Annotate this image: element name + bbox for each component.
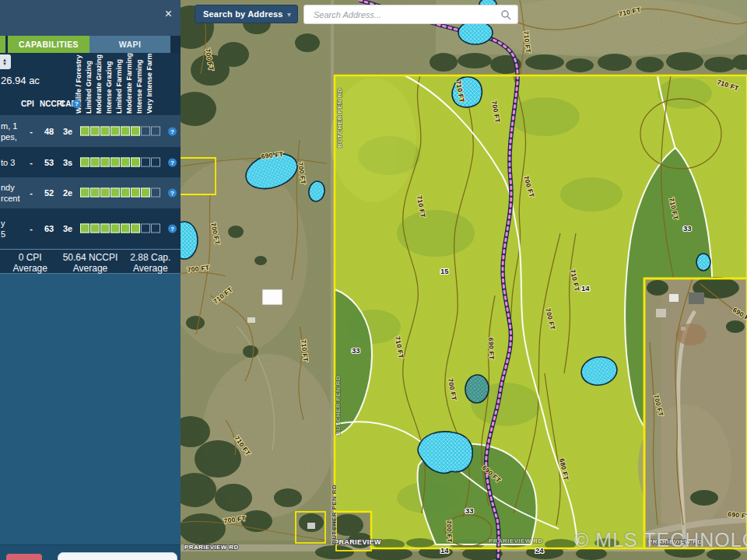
sidebar-header: × <box>0 0 181 36</box>
capability-square <box>100 188 110 198</box>
table-header-row: CPI NCCPI CAP ? <box>0 100 80 114</box>
info-icon[interactable]: ? <box>168 127 177 135</box>
cpi-average: 0 CPIAverage <box>0 250 60 273</box>
capability-square <box>90 188 100 198</box>
capabilities-panel: ▲▼ 26.94 ac Wildlife / Forestry Limited … <box>0 53 181 274</box>
map-canvas[interactable]: 700 FT 690 FT 700 FT 700 FT 700 FT 710 F… <box>181 0 747 560</box>
land-mapping-app: 700 FT 690 FT 700 FT 700 FT 700 FT 710 F… <box>0 0 747 560</box>
light-patch <box>331 78 416 202</box>
capability-column-header: Very Intense Farming <box>146 53 153 114</box>
capability-column-header: Moderate Grazing <box>95 54 103 114</box>
footer-action-button[interactable] <box>6 554 42 560</box>
svg-text:690 FT: 690 FT <box>487 338 496 361</box>
nccpi-value: 53 <box>40 158 58 167</box>
table-row[interactable]: ndyrcent - 52 2e ? <box>0 177 181 208</box>
homestead-cutout <box>638 277 747 548</box>
search-type-dropdown[interactable]: Search by Address ▾ <box>195 5 298 23</box>
capability-square <box>110 224 120 233</box>
capability-square <box>121 126 130 135</box>
search-type-label: Search by Address <box>203 9 287 19</box>
capability-square <box>141 126 150 135</box>
soil-name: to 3 <box>1 156 15 167</box>
capability-square <box>110 126 120 135</box>
capability-square <box>80 157 89 166</box>
capability-column-header: Intense Grazing <box>105 61 113 114</box>
info-icon[interactable]: ? <box>168 225 177 233</box>
capability-column-header: Limited Grazing <box>85 61 93 114</box>
close-icon[interactable]: × <box>165 6 172 22</box>
capability-square <box>121 157 130 166</box>
svg-text:15: 15 <box>440 267 449 275</box>
sidebar-tabs: CAPABILITIES WAPI <box>0 36 181 53</box>
capability-square <box>110 188 120 198</box>
column-header-cpi: CPI <box>21 100 34 108</box>
svg-text:24: 24 <box>535 546 544 555</box>
svg-text:PRARIEVIEW RD: PRARIEVIEW RD <box>184 544 239 551</box>
svg-text:PRARIEVIEW RD: PRARIEVIEW RD <box>489 537 543 544</box>
capability-square <box>90 126 100 135</box>
tab-wapi[interactable]: WAPI <box>89 36 170 53</box>
search-icon[interactable] <box>500 9 511 20</box>
svg-text:BUTCHER PEN RD: BUTCHER PEN RD <box>335 376 342 436</box>
cap-value: 2e <box>59 188 76 198</box>
capability-square <box>80 224 89 233</box>
info-icon[interactable]: ? <box>168 189 177 198</box>
cpi-value: - <box>23 188 39 198</box>
capability-squares <box>80 157 161 167</box>
svg-text:BUTCHER PEN RD: BUTCHER PEN RD <box>336 88 343 148</box>
table-row[interactable]: m, 1pes, - 48 3e ? <box>0 115 181 147</box>
capability-square <box>100 126 110 135</box>
capability-squares <box>80 126 161 136</box>
capability-square <box>80 188 89 198</box>
capability-square <box>131 126 140 135</box>
capability-square <box>151 157 160 166</box>
capability-square <box>151 188 160 198</box>
info-icon[interactable]: ? <box>72 100 81 108</box>
tab-capabilities[interactable]: CAPABILITIES <box>8 36 89 53</box>
tab-fragment[interactable] <box>0 36 5 53</box>
capability-square <box>121 188 130 198</box>
capability-column-header: Intense Farming <box>135 59 143 114</box>
capability-column-header: Limited Farming <box>115 59 123 114</box>
capability-square <box>80 126 89 135</box>
sort-stepper[interactable]: ▲▼ <box>0 54 11 69</box>
averages-summary: 0 CPIAverage 50.64 NCCPIAverage 2.88 Cap… <box>0 249 181 274</box>
footer-secondary-button[interactable] <box>58 552 177 560</box>
soil-name: ndyrcent <box>1 182 19 205</box>
info-icon[interactable]: ? <box>168 158 177 166</box>
nccpi-average: 50.64 NCCPIAverage <box>60 250 120 273</box>
svg-text:PRARIEVIEW: PRARIEVIEW <box>334 538 381 546</box>
svg-text:33: 33 <box>465 506 474 515</box>
svg-text:14: 14 <box>440 546 449 555</box>
svg-text:33: 33 <box>683 224 692 233</box>
table-row[interactable]: to 3 - 53 3s ? <box>0 147 181 177</box>
cap-value: 3s <box>59 158 76 167</box>
cap-value: 3e <box>59 224 76 233</box>
soil-name: y5 <box>1 218 5 240</box>
search-input[interactable] <box>304 10 500 19</box>
cpi-value: - <box>23 224 39 233</box>
capability-square <box>131 188 140 198</box>
svg-text:14: 14 <box>581 284 590 292</box>
nccpi-value: 52 <box>40 188 58 198</box>
cpi-value: - <box>23 158 39 167</box>
svg-text:33: 33 <box>352 346 360 355</box>
soil-table: m, 1pes, - 48 3e ? to 3 - 53 3s ? ndyrce… <box>0 115 181 249</box>
capability-square <box>121 224 130 233</box>
acreage-value: 26.94 ac <box>1 75 40 86</box>
capability-square <box>141 188 150 198</box>
sidebar-footer <box>0 544 181 560</box>
soil-report-sidebar: × CAPABILITIES WAPI ▲▼ 26.94 ac Wildlife… <box>0 0 181 560</box>
svg-text:700 FT: 700 FT <box>445 520 454 544</box>
capability-square <box>100 157 110 166</box>
capability-square <box>141 224 150 233</box>
capability-square <box>131 157 140 166</box>
cap-average: 2.88 Cap.Average <box>121 250 181 273</box>
soil-name: m, 1pes, <box>1 120 17 142</box>
capability-squares <box>80 188 161 198</box>
address-search <box>303 5 518 24</box>
capability-square <box>110 157 120 166</box>
cap-value: 3e <box>59 127 76 136</box>
capability-square <box>131 224 140 233</box>
table-row[interactable]: y5 - 63 3e ? <box>0 208 181 249</box>
